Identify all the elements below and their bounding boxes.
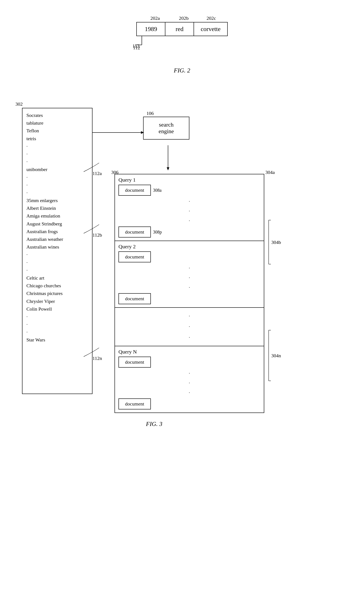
svg-text:112n: 112n (93, 355, 102, 361)
doc-box-308a: document (118, 185, 151, 196)
fig3-diagram: 302 Socrates tablature Teflon tetris · ·… (22, 95, 286, 420)
list-dot-8: · (26, 259, 88, 266)
fig2-diagram-inner: 202a 202b 202c 1989 red corvette 112 112 (136, 15, 228, 51)
list-dot-7: · (26, 251, 88, 258)
fig3-caption-wrapper: FIG. 3 (22, 420, 286, 427)
fig2-box-row: 1989 red corvette 112 (136, 22, 228, 36)
query2-label: Query 2 (118, 244, 260, 250)
list-item-starwars: Star Wars (26, 336, 88, 344)
list-dot-10: · (26, 313, 88, 320)
arrow-from-search-svg (166, 145, 170, 170)
query1-dots: ··· (118, 196, 260, 227)
label-106: 106 (146, 111, 154, 116)
label-112a-svg: 112a (66, 158, 110, 176)
fig3-section: 302 Socrates tablature Teflon tetris · ·… (0, 95, 364, 420)
svg-marker-7 (141, 131, 144, 134)
list-item-wines: Australian wines (26, 243, 88, 251)
results-container: Query 1 document 308a ··· document 308p … (114, 174, 264, 413)
list-dot-5: · (26, 181, 88, 189)
queryN-dots: ··· (118, 368, 260, 398)
list-item-celtic: Celtic art (26, 274, 88, 282)
list-item-35mm: 35mm enlargers (26, 197, 88, 204)
list-item-tetris: tetris (26, 135, 88, 142)
fig2-cell-corvette: corvette (194, 22, 227, 36)
fig2-cell-1989: 1989 (137, 22, 165, 36)
doc-box-qN-bottom: document (118, 398, 151, 410)
list-item-amiga: Amiga emulation (26, 212, 88, 220)
svg-text:304n: 304n (271, 353, 281, 358)
search-engine-text: searchengine (158, 121, 174, 135)
svg-text:112b: 112b (93, 232, 102, 238)
list-item-tablature: tablature (26, 119, 88, 127)
svg-marker-9 (167, 167, 169, 170)
page-container: { "fig2": { "caption": "FIG. 2", "label_… (0, 0, 364, 595)
list-item-socrates: Socrates (26, 111, 88, 119)
label-304b-svg: 304b (266, 218, 284, 266)
query1-section: Query 1 document 308a ··· document 308p (115, 174, 264, 241)
middle-dots: ··· (118, 311, 260, 343)
list-dot-9: · (26, 266, 88, 274)
svg-text:112: 112 (133, 45, 140, 50)
list-dot-2: · (26, 150, 88, 158)
label-308a: 308a (153, 188, 162, 193)
list-item-chicago: Chicago churches (26, 282, 88, 290)
queryN-section: Query N document ··· document (115, 346, 264, 412)
arrow-to-search-svg (93, 130, 144, 135)
label-202b: 202b (173, 15, 195, 21)
fig2-section: 202a 202b 202c 1989 red corvette 112 112 (0, 9, 364, 74)
list-item-teflon: Teflon (26, 127, 88, 135)
list-item-colin: Colin Powell (26, 305, 88, 313)
label-308p: 308p (153, 230, 162, 235)
label-112n-svg: 112n (66, 343, 110, 361)
label-202a: 202a (141, 15, 169, 21)
doc-box-qN-top: document (118, 357, 151, 368)
doc-box-q2-bottom: document (118, 293, 151, 304)
fig3-caption: FIG. 3 (146, 420, 163, 427)
label-304n-svg: 304n (266, 328, 284, 383)
list-dot-6: · (26, 189, 88, 197)
middle-dots-section: ··· (115, 308, 264, 346)
list-dot-12: · (26, 328, 88, 336)
list-item-christmas: Christmas pictures (26, 290, 88, 297)
label-202c: 202c (197, 15, 226, 21)
svg-text:304b: 304b (271, 240, 281, 245)
list-item-chrysler: Chrysler Viper (26, 298, 88, 305)
list-item-einstein: Albert Einstein (26, 204, 88, 212)
fig2-cell-red: red (165, 22, 194, 36)
queryN-label: Query N (118, 349, 260, 355)
doc-box-308p: document (118, 227, 151, 238)
search-engine-box: searchengine (143, 117, 189, 140)
list-dot-1: · (26, 142, 88, 150)
fig2-caption-wrapper: FIG. 2 (0, 67, 364, 74)
fig2-labels-row: 202a 202b 202c (136, 15, 228, 21)
query1-label: Query 1 (118, 177, 260, 183)
query2-section: Query 2 document ··· document (115, 241, 264, 308)
query2-dots: ··· (118, 262, 260, 293)
label-304a: 304a (265, 170, 275, 175)
label-112b-svg: 112b (66, 220, 110, 238)
fig2-caption: FIG. 2 (174, 67, 190, 74)
svg-text:112a: 112a (93, 170, 102, 176)
list-dot-11: · (26, 320, 88, 328)
label-302: 302 (15, 101, 23, 107)
doc-box-q2-top: document (118, 251, 151, 262)
